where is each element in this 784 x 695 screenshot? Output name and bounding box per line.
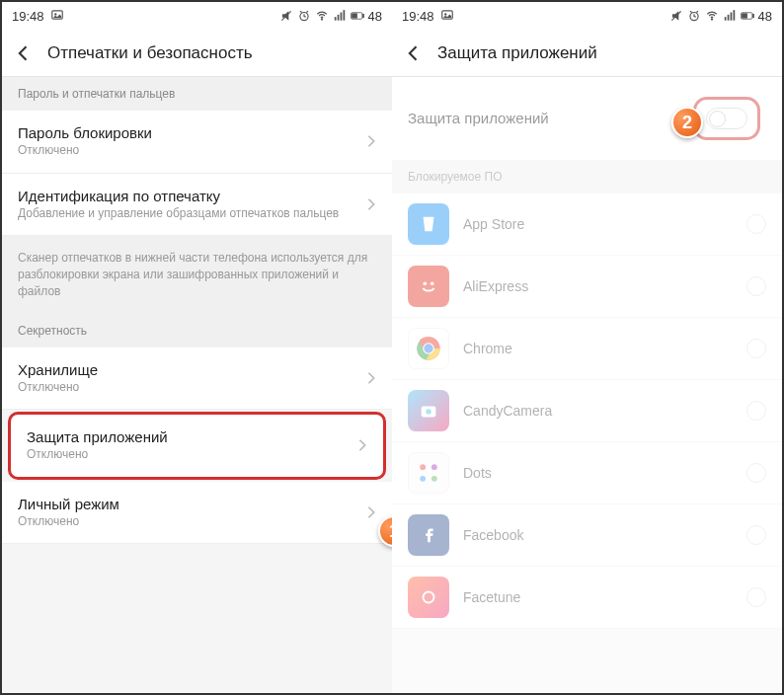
item-fingerprint[interactable]: Идентификация по отпечатку Добавление и … [2,174,392,237]
item-sub: Отключено [27,447,357,463]
battery-icon [351,9,364,23]
app-icon [408,577,449,618]
app-row-chrome[interactable]: Chrome [392,318,782,380]
app-icon [408,390,449,431]
item-sub: Отключено [18,380,366,396]
app-row-appstore[interactable]: App Store [392,193,782,256]
header: Защита приложений [392,30,782,77]
back-icon[interactable] [14,43,34,63]
svg-rect-17 [724,17,726,21]
mute-icon [669,9,683,23]
status-icons: 48 [669,9,772,24]
item-title: Защита приложений [27,428,357,445]
chevron-right-icon [366,505,376,519]
item-sub: Отключено [18,514,366,530]
app-row-dots[interactable]: Dots [392,442,782,504]
app-icon [408,203,449,245]
app-row-aliexpress[interactable]: AliExpress [392,256,782,318]
svg-point-25 [431,281,434,285]
svg-rect-23 [742,14,746,18]
item-app-protection[interactable]: Защита приложений Отключено [8,412,386,480]
item-title: Пароль блокировки [18,124,366,141]
chevron-right-icon [366,197,376,211]
app-icon [408,514,449,556]
app-name: Chrome [463,341,733,356]
svg-rect-20 [733,10,735,21]
app-radio[interactable] [746,214,766,234]
item-lock-password[interactable]: Пароль блокировки Отключено [2,111,392,174]
svg-rect-22 [752,14,753,17]
app-radio[interactable] [746,401,766,421]
battery-icon [741,9,754,23]
item-sub: Отключено [18,143,366,159]
wifi-icon [315,9,329,23]
item-title: Личный режим [18,496,366,512]
app-icon [408,328,449,369]
item-title: Идентификация по отпечатку [18,188,366,204]
toggle-app-protection-row: Защита приложений [392,77,782,160]
battery-percent: 48 [758,9,772,24]
item-sub: Добавление и управление образцами отпеча… [18,206,366,222]
screenshot-icon [440,8,454,25]
app-row-candycamera[interactable]: CandyCamera [392,380,782,442]
app-radio[interactable] [746,587,766,607]
wifi-icon [705,9,719,23]
svg-point-32 [420,464,426,470]
status-time: 19:48 [12,9,44,24]
page-title: Защита приложений [437,43,597,63]
section-password: Пароль и отпечатки пальцев [2,77,392,111]
screenshot-icon [50,8,64,25]
alarm-icon [687,9,701,23]
item-storage[interactable]: Хранилище Отключено [2,348,392,411]
status-icons: 48 [279,9,382,24]
signal-icon [723,9,737,23]
svg-rect-5 [334,17,336,21]
section-privacy: Секретность [2,314,392,348]
svg-point-1 [54,13,56,15]
app-icon [408,452,449,494]
chevron-right-icon [366,371,376,385]
svg-point-31 [426,409,431,415]
callout-badge-2: 2 [671,107,703,138]
app-radio[interactable] [746,276,766,296]
item-title: Хранилище [18,361,366,378]
battery-percent: 48 [368,9,382,24]
app-row-facebook[interactable]: Facebook [392,504,782,567]
status-bar: 19:48 48 [392,2,782,30]
toggle-label: Защита приложений [408,110,549,126]
toggle-highlight [693,97,760,140]
app-radio[interactable] [746,463,766,483]
phone-left: 19:48 48 Отпечатки и безопасность Пароль… [2,2,392,693]
item-private-mode[interactable]: Личный режим Отключено [2,482,392,545]
svg-point-16 [711,19,712,20]
svg-rect-10 [362,14,363,17]
svg-point-35 [431,476,437,482]
chevron-right-icon [357,438,367,452]
svg-rect-11 [352,14,356,18]
svg-rect-8 [343,10,345,21]
app-name: AliExpress [463,278,733,294]
svg-point-24 [424,281,428,285]
app-row-facetune[interactable]: Facetune [392,567,782,629]
svg-point-34 [420,476,426,482]
app-name: Facetune [463,589,733,605]
status-time: 19:48 [402,9,434,24]
svg-point-33 [431,464,437,470]
app-radio[interactable] [746,339,766,358]
svg-point-36 [424,592,434,603]
app-name: App Store [463,216,733,232]
page-title: Отпечатки и безопасность [47,43,253,63]
app-protection-toggle[interactable] [706,108,747,129]
status-bar: 19:48 48 [2,2,392,30]
app-name: CandyCamera [463,403,733,419]
svg-rect-18 [727,15,729,21]
svg-point-13 [444,13,446,15]
app-icon [408,266,449,307]
svg-rect-6 [337,15,339,21]
section-blocked-apps: Блокируемое ПО [392,160,782,193]
app-radio[interactable] [746,525,766,545]
signal-icon [333,9,347,23]
back-icon[interactable] [404,43,424,63]
app-name: Facebook [463,527,733,543]
app-name: Dots [463,465,733,481]
